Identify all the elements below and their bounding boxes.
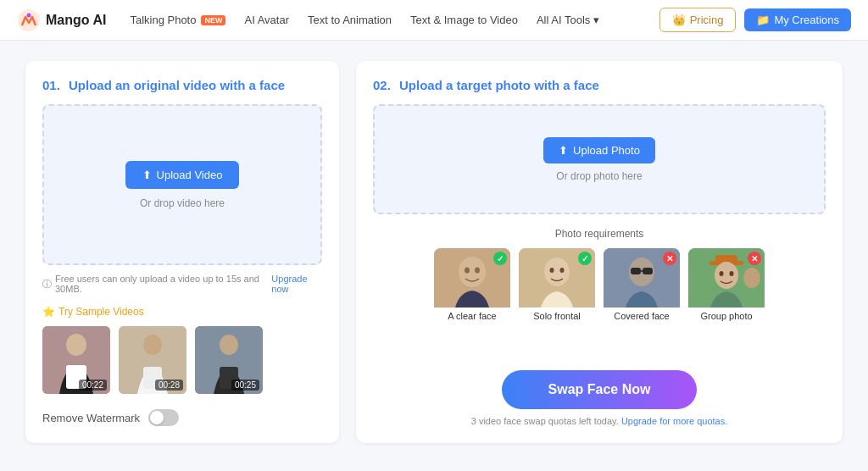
svg-point-13	[465, 268, 470, 274]
nav-actions: 👑 Pricing 📁 My Creations	[659, 8, 851, 32]
nav-text-to-animation[interactable]: Text to Animation	[308, 14, 392, 26]
svg-point-28	[720, 271, 724, 276]
svg-point-18	[560, 268, 565, 273]
toggle-knob	[150, 411, 164, 424]
sample-video-1[interactable]: 00:22	[42, 326, 110, 394]
nav-text-image-video[interactable]: Text & Image to Video	[410, 14, 518, 26]
req-card-clear-face: ✓ A clear face	[434, 248, 510, 324]
group-photo-badge: ✕	[748, 252, 761, 265]
logo: Mango AI	[17, 8, 106, 32]
upload-photo-icon: ⬆	[559, 144, 568, 157]
photo-requirements: Photo requirements	[373, 228, 826, 324]
svg-point-3	[66, 334, 86, 356]
my-creations-button[interactable]: 📁 My Creations	[744, 8, 851, 31]
svg-point-6	[143, 335, 162, 355]
upload-icon: ⬆	[142, 169, 152, 181]
right-title-text: Upload a target photo with a face	[399, 78, 599, 92]
nav-all-tools[interactable]: All AI Tools ▾	[537, 14, 599, 26]
svg-point-0	[18, 9, 40, 31]
upload-photo-button[interactable]: ⬆ Upload Photo	[543, 137, 655, 163]
nav-links: Talking Photo NEW AI Avatar Text to Anim…	[130, 14, 635, 26]
req-card-covered-face: ✕ Covered face	[604, 248, 680, 324]
svg-point-1	[27, 13, 31, 17]
sample-2-duration: 00:28	[155, 380, 183, 391]
swap-face-button[interactable]: Swap Face Now	[502, 370, 698, 409]
sample-videos-list: 00:22 00:28	[42, 326, 322, 394]
photo-drop-hint: Or drop photo here	[556, 170, 642, 182]
sample-video-3[interactable]: 00:25	[195, 326, 263, 394]
navbar: Mango AI Talking Photo NEW AI Avatar Tex…	[0, 0, 868, 41]
star-icon: ⭐	[42, 306, 55, 318]
left-panel-title: 01. Upload an original video with a face	[42, 78, 322, 92]
clear-face-label: A clear face	[434, 308, 510, 324]
svg-point-12	[459, 257, 486, 287]
pricing-button[interactable]: 👑 Pricing	[659, 8, 737, 32]
folder-icon: 📁	[756, 14, 770, 26]
right-panel: 02. Upload a target photo with a face ⬆ …	[356, 61, 843, 443]
upload-video-button[interactable]: ⬆ Upload Video	[125, 161, 240, 189]
req-card-group-photo: ✕ Group photo	[688, 248, 765, 324]
sample-3-duration: 00:25	[231, 380, 259, 391]
main-content: 01. Upload an original video with a face…	[0, 41, 868, 463]
svg-rect-21	[631, 268, 641, 274]
quota-note: 3 video face swap quotas left today. Upg…	[471, 416, 728, 426]
remove-watermark-label: Remove Watermark	[42, 412, 140, 424]
crown-icon: 👑	[672, 14, 686, 26]
svg-point-17	[550, 268, 554, 273]
upgrade-link[interactable]: Upgrade now	[271, 274, 322, 294]
new-badge: NEW	[201, 15, 225, 25]
panels: 01. Upload an original video with a face…	[25, 61, 843, 443]
left-step-number: 01.	[42, 78, 60, 92]
logo-text: Mango AI	[46, 13, 106, 28]
free-user-note: ⓘ Free users can only upload a video up …	[42, 274, 322, 294]
logo-icon	[17, 8, 41, 32]
svg-point-30	[743, 268, 760, 288]
nav-talking-photo[interactable]: Talking Photo NEW	[130, 14, 225, 26]
svg-point-14	[475, 268, 480, 274]
left-title-text: Upload an original video with a face	[69, 78, 285, 92]
svg-point-16	[544, 258, 570, 286]
remove-watermark-row: Remove Watermark	[42, 409, 322, 426]
solo-frontal-label: Solo frontal	[519, 308, 595, 324]
nav-ai-avatar[interactable]: AI Avatar	[244, 14, 289, 26]
covered-face-label: Covered face	[604, 308, 680, 324]
svg-point-9	[220, 335, 238, 355]
quota-upgrade-link[interactable]: Upgrade for more quotas.	[621, 416, 727, 426]
solo-frontal-badge: ✓	[578, 252, 592, 265]
svg-point-27	[715, 262, 738, 289]
video-upload-zone[interactable]: ⬆ Upload Video Or drop video here	[42, 104, 322, 265]
group-photo-label: Group photo	[688, 308, 765, 324]
sample-videos-label: ⭐ Try Sample Videos	[42, 306, 322, 318]
swap-section: Swap Face Now 3 video face swap quotas l…	[373, 362, 826, 426]
req-card-solo-frontal: ✓ Solo frontal	[519, 248, 595, 324]
video-drop-hint: Or drop video here	[140, 197, 225, 209]
right-step-number: 02.	[373, 78, 391, 92]
clear-face-badge: ✓	[493, 252, 507, 265]
requirements-title: Photo requirements	[373, 228, 826, 240]
svg-point-29	[730, 271, 734, 276]
sample-1-duration: 00:22	[79, 380, 107, 391]
remove-watermark-toggle[interactable]	[148, 409, 179, 426]
info-icon: ⓘ	[42, 278, 52, 291]
requirement-cards: ✓ A clear face	[373, 248, 826, 324]
covered-face-badge: ✕	[663, 252, 676, 265]
svg-rect-22	[643, 268, 653, 274]
photo-upload-zone[interactable]: ⬆ Upload Photo Or drop photo here	[373, 104, 826, 214]
sample-video-2[interactable]: 00:28	[119, 326, 186, 394]
left-panel: 01. Upload an original video with a face…	[25, 61, 339, 443]
right-panel-title: 02. Upload a target photo with a face	[373, 78, 826, 92]
